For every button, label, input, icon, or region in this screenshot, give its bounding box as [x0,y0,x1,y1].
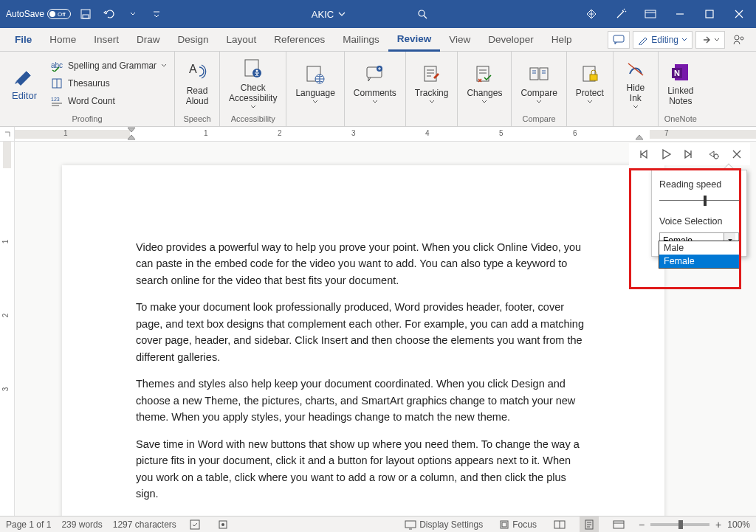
speech-group-label: Speech [175,114,219,126]
protect-button[interactable]: Protect [571,61,608,106]
focus-button[interactable]: Focus [496,517,540,533]
linked-notes-button[interactable]: N Linked Notes [663,59,698,108]
reading-speed-slider[interactable] [659,196,739,206]
previous-icon[interactable] [632,144,653,165]
save-icon[interactable] [77,5,94,23]
word-count-button[interactable]: 123Word Count [47,92,170,110]
tab-help[interactable]: Help [543,28,581,52]
play-icon[interactable] [656,144,676,165]
svg-text:N: N [674,69,680,77]
web-layout-view-icon[interactable] [609,517,628,533]
changes-button[interactable]: Changes [462,61,506,106]
tab-home[interactable]: Home [41,28,85,52]
search-icon[interactable] [413,5,431,23]
print-layout-view-icon[interactable] [580,517,599,533]
hide-ink-button[interactable]: Hide Ink [618,56,653,111]
close-read-aloud-icon[interactable] [726,144,747,165]
globe-icon [305,64,326,85]
document-title: AKIC [312,9,334,20]
ribbon-mode-icon[interactable] [636,4,664,24]
language-button[interactable]: Language [291,61,339,106]
wordcount-icon: 123 [51,95,63,107]
settings-icon[interactable] [703,144,724,165]
paragraph[interactable]: Save time in Word with new buttons that … [136,436,591,502]
tab-design[interactable]: Design [169,28,218,52]
tab-developer[interactable]: Developer [479,28,543,52]
tab-insert[interactable]: Insert [85,28,128,52]
display-settings-button[interactable]: Display Settings [402,517,486,533]
page-indicator[interactable]: Page 1 of 1 [6,519,51,530]
next-icon[interactable] [679,144,700,165]
zoom-in-button[interactable]: + [715,519,721,531]
svg-rect-37 [614,521,624,528]
tab-view[interactable]: View [440,28,479,52]
maximize-icon[interactable] [695,4,724,24]
svg-rect-24 [590,75,597,80]
tab-references[interactable]: References [265,28,334,52]
diamond-icon[interactable] [577,4,605,24]
undo-icon[interactable] [100,5,118,23]
macro-status-icon[interactable] [215,517,231,533]
share-button[interactable] [695,31,725,49]
zoom-out-button[interactable]: − [639,519,645,531]
tracking-button[interactable]: Tracking [410,61,453,106]
close-icon[interactable] [725,4,753,24]
ribbon: Editor abcSpelling and Grammar Thesaurus… [0,52,756,127]
horizontal-ruler[interactable]: 1 1 2 3 4 5 6 7 [0,127,756,142]
editor-icon [12,65,37,87]
paragraph[interactable]: Themes and styles also help keep your do… [136,376,591,425]
doc-dropdown-icon[interactable] [338,10,346,18]
autosave-state: Off [58,11,66,18]
qat-customize-icon[interactable] [148,5,165,23]
read-aloud-settings-popup: Reading speed Voice Selection Female Mal… [651,170,747,257]
editing-mode-button[interactable]: Editing [633,31,693,49]
right-indent-marker-icon[interactable] [635,127,644,140]
collab-icon[interactable] [728,31,750,49]
focus-icon [499,519,509,530]
spell-check-status-icon[interactable] [187,517,205,533]
paragraph[interactable]: Video provides a powerful way to help yo… [136,239,591,289]
svg-rect-29 [190,520,199,529]
svg-rect-19 [425,66,436,81]
tab-mailings[interactable]: Mailings [334,28,388,52]
voice-options-list: Male Female [659,241,740,269]
tab-file[interactable]: File [6,28,41,52]
autosave-toggle[interactable]: AutoSave Off [6,9,71,19]
zoom-level[interactable]: 100% [727,519,750,530]
voice-option-male[interactable]: Male [659,241,739,255]
voice-option-female[interactable]: Female [659,255,739,268]
svg-rect-4 [706,10,713,18]
char-count-indicator[interactable]: 1297 characters [113,519,176,530]
editor-button[interactable]: Editor [4,62,44,104]
tab-review[interactable]: Review [388,28,441,52]
undo-dropdown-icon[interactable] [124,5,142,23]
tab-layout[interactable]: Layout [218,28,266,52]
svg-point-6 [735,35,739,40]
read-aloud-button[interactable]: A Read Aloud [179,59,215,108]
ribbon-tabs: File Home Insert Draw Design Layout Refe… [0,28,756,52]
paragraph[interactable]: To make your document look professionall… [136,299,591,365]
minimize-icon[interactable] [666,4,694,24]
title-bar: AutoSave Off AKIC [0,0,756,28]
thesaurus-button[interactable]: Thesaurus [47,75,170,92]
svg-point-2 [419,10,425,16]
svg-point-7 [740,37,743,40]
wand-icon[interactable] [607,4,635,24]
tab-draw[interactable]: Draw [128,28,169,52]
svg-text:123: 123 [51,97,60,102]
indent-marker-icon[interactable] [127,127,136,140]
comments-button[interactable] [608,31,630,49]
document-page[interactable]: Video provides a powerful way to help yo… [62,165,664,516]
ink-icon [625,59,646,80]
svg-point-31 [221,523,224,526]
check-accessibility-button[interactable]: Check Accessibility [224,56,281,111]
svg-point-14 [255,69,258,72]
zoom-slider[interactable] [650,523,709,526]
comments-ribbon-button[interactable]: Comments [349,61,401,106]
read-mode-view-icon[interactable] [550,517,569,533]
spelling-grammar-button[interactable]: abcSpelling and Grammar [47,57,170,75]
protect-icon [580,64,600,85]
compare-button[interactable]: Compare [516,61,561,106]
vertical-ruler[interactable]: 1 2 3 [0,142,15,516]
word-count-indicator[interactable]: 239 words [61,519,102,530]
